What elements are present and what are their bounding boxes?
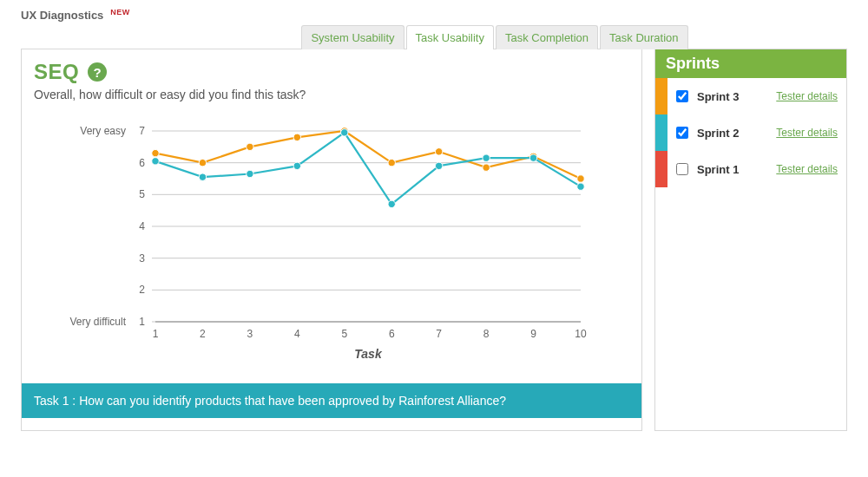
tester-details-link[interactable]: Tester details [776, 127, 838, 139]
page-title: UX Diagnostics [21, 9, 103, 22]
sprint-row: Sprint 3Tester details [655, 78, 846, 114]
svg-point-43 [388, 200, 395, 207]
sprint-row: Sprint 2Tester details [655, 114, 846, 151]
sprint-color-bar [655, 78, 667, 114]
sprints-panel: Sprints Sprint 3Tester detailsSprint 2Te… [654, 49, 847, 431]
main-panel: SEQ ? Overall, how difficult or easy did… [21, 49, 642, 431]
svg-point-35 [483, 164, 490, 171]
svg-point-28 [152, 149, 159, 156]
svg-text:2: 2 [200, 328, 206, 340]
tab-task-duration[interactable]: Task Duration [600, 25, 687, 49]
sprint-checkbox[interactable] [676, 163, 688, 175]
svg-text:Task: Task [354, 347, 383, 361]
svg-point-34 [435, 148, 442, 155]
svg-point-41 [293, 162, 300, 169]
svg-point-31 [293, 134, 300, 140]
svg-text:5: 5 [139, 188, 145, 200]
sprint-row: Sprint 1Tester details [655, 151, 846, 187]
tester-details-link[interactable]: Tester details [776, 90, 838, 102]
sprint-name: Sprint 3 [697, 90, 758, 103]
seq-subtitle: Overall, how difficult or easy did you f… [34, 88, 629, 101]
help-icon[interactable]: ? [88, 62, 107, 82]
svg-text:3: 3 [139, 252, 145, 265]
svg-point-38 [152, 158, 159, 165]
tab-task-usability[interactable]: Task Usability [406, 25, 494, 49]
svg-text:6: 6 [389, 328, 395, 340]
svg-point-42 [341, 129, 348, 136]
tab-task-completion[interactable]: Task Completion [496, 25, 598, 49]
sprint-checkbox[interactable] [676, 90, 688, 102]
svg-text:10: 10 [575, 328, 587, 340]
sprint-name: Sprint 1 [697, 163, 758, 176]
svg-point-45 [483, 154, 490, 161]
seq-title: SEQ [34, 60, 79, 84]
tab-system-usability[interactable]: System Usability [301, 25, 404, 49]
svg-text:9: 9 [530, 328, 536, 340]
svg-point-33 [388, 159, 395, 166]
task-banner[interactable]: Task 1 : How can you identify products t… [22, 383, 641, 418]
sprints-header: Sprints [655, 49, 846, 78]
svg-text:2: 2 [139, 284, 145, 296]
tabs: System UsabilityTask UsabilityTask Compl… [142, 25, 847, 49]
svg-text:6: 6 [139, 157, 145, 169]
svg-text:8: 8 [483, 328, 490, 340]
svg-point-30 [247, 143, 253, 150]
svg-text:7: 7 [139, 125, 145, 137]
svg-point-39 [199, 173, 206, 180]
svg-text:1: 1 [139, 316, 145, 328]
svg-text:Very easy: Very easy [80, 125, 126, 137]
svg-text:Very difficult: Very difficult [70, 316, 127, 328]
sprint-checkbox[interactable] [676, 127, 688, 139]
tester-details-link[interactable]: Tester details [776, 163, 838, 175]
page-header: UX Diagnostics NEW [21, 9, 847, 22]
svg-text:4: 4 [139, 220, 145, 232]
sprint-color-bar [655, 114, 667, 151]
sprint-color-bar [655, 151, 667, 187]
svg-point-37 [577, 175, 584, 182]
svg-text:4: 4 [294, 328, 300, 340]
svg-point-44 [435, 162, 442, 169]
svg-text:1: 1 [153, 328, 159, 340]
new-badge: NEW [110, 8, 130, 16]
svg-text:7: 7 [436, 328, 442, 340]
svg-point-47 [577, 183, 584, 190]
svg-text:3: 3 [247, 328, 253, 340]
svg-point-40 [247, 170, 253, 177]
svg-point-46 [529, 154, 536, 161]
svg-point-29 [199, 159, 206, 166]
sprint-name: Sprint 2 [697, 127, 758, 140]
seq-chart: 123456712345678910Very easyVery difficul… [34, 122, 629, 368]
svg-text:5: 5 [341, 328, 347, 340]
